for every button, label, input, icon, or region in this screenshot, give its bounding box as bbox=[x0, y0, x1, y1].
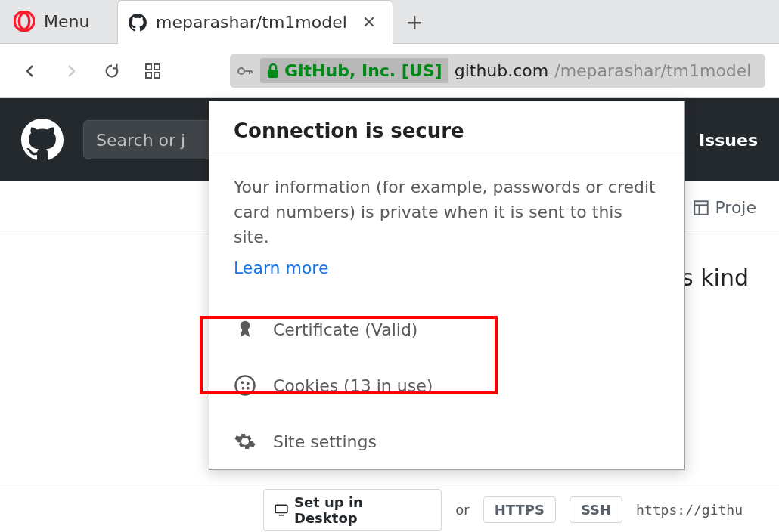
setup-desktop-button[interactable]: Set up in Desktop bbox=[263, 489, 442, 531]
menu-label: Menu bbox=[44, 12, 89, 31]
svg-point-17 bbox=[242, 387, 245, 390]
svg-point-6 bbox=[238, 68, 244, 74]
cookie-icon bbox=[234, 374, 256, 397]
tab-projects[interactable]: Proje bbox=[694, 198, 756, 217]
toolbar: GitHub, Inc. [US] github.com/meparashar/… bbox=[0, 44, 779, 98]
github-favicon-icon bbox=[129, 14, 147, 32]
clone-url[interactable]: https://githu bbox=[636, 502, 743, 518]
security-org: GitHub, Inc. [US] bbox=[284, 61, 442, 80]
svg-point-1 bbox=[19, 13, 29, 29]
active-tab[interactable]: meparashar/tm1model ✕ bbox=[117, 0, 393, 44]
svg-rect-3 bbox=[154, 64, 160, 70]
svg-point-15 bbox=[241, 381, 244, 384]
desktop-icon bbox=[275, 503, 288, 517]
reload-button[interactable] bbox=[95, 54, 129, 88]
close-tab-icon[interactable]: ✕ bbox=[356, 10, 382, 35]
gear-icon bbox=[234, 430, 256, 453]
svg-point-16 bbox=[247, 382, 250, 385]
opera-menu-button[interactable]: Menu bbox=[0, 0, 117, 43]
new-tab-button[interactable]: + bbox=[393, 0, 436, 44]
svg-rect-5 bbox=[154, 73, 160, 78]
back-button[interactable] bbox=[14, 54, 47, 88]
nav-issues[interactable]: Issues bbox=[699, 131, 758, 150]
svg-point-14 bbox=[236, 376, 255, 395]
url-host: github.com bbox=[455, 61, 549, 80]
github-logo-icon[interactable] bbox=[21, 119, 64, 161]
browser-window: Menu meparashar/tm1model ✕ + GitHub, Inc… bbox=[0, 0, 779, 532]
https-toggle[interactable]: HTTPS bbox=[483, 496, 556, 523]
certificate-row[interactable]: Certificate (Valid) bbox=[209, 302, 684, 357]
clone-bar: Set up in Desktop or HTTPS SSH https://g… bbox=[0, 487, 779, 532]
forward-button bbox=[54, 54, 88, 88]
svg-rect-7 bbox=[268, 70, 278, 78]
security-badge[interactable]: GitHub, Inc. [US] bbox=[260, 58, 448, 83]
cookies-row[interactable]: Cookies (13 in use) bbox=[209, 357, 684, 413]
lock-icon bbox=[266, 63, 280, 79]
site-settings-row[interactable]: Site settings bbox=[209, 413, 684, 469]
opera-logo-icon bbox=[14, 11, 35, 32]
certificate-icon bbox=[234, 318, 256, 341]
tab-title: meparashar/tm1model bbox=[156, 13, 347, 32]
svg-rect-11 bbox=[275, 505, 287, 512]
popup-description: Your information (for example, passwords… bbox=[209, 156, 684, 258]
plus-icon: + bbox=[406, 10, 424, 35]
ssh-toggle[interactable]: SSH bbox=[570, 496, 622, 523]
popup-title: Connection is secure bbox=[209, 101, 684, 156]
svg-point-13 bbox=[241, 321, 250, 331]
url-path: /meparashar/tm1model bbox=[554, 61, 751, 80]
svg-point-18 bbox=[247, 387, 250, 390]
speed-dial-button[interactable] bbox=[136, 54, 169, 88]
svg-rect-4 bbox=[146, 73, 151, 78]
address-bar[interactable]: GitHub, Inc. [US] github.com/meparashar/… bbox=[230, 54, 765, 88]
project-icon bbox=[694, 200, 709, 215]
svg-rect-8 bbox=[695, 201, 709, 215]
site-info-popup: Connection is secure Your information (f… bbox=[209, 101, 685, 470]
key-icon bbox=[236, 62, 254, 80]
svg-rect-2 bbox=[146, 64, 151, 70]
learn-more-link[interactable]: Learn more bbox=[209, 258, 684, 302]
tab-strip: Menu meparashar/tm1model ✕ + bbox=[0, 0, 779, 44]
